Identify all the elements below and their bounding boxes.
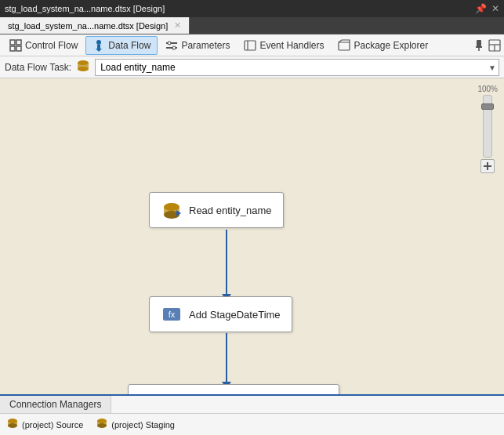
connector-1-line [226, 230, 227, 294]
svg-point-4 [96, 40, 101, 45]
svg-rect-13 [339, 42, 350, 50]
close-icon[interactable]: ✕ [491, 3, 499, 14]
menu-data-flow-label: Data Flow [108, 40, 150, 51]
title-bar-title: stg_load_system_na...name.dtsx [Design] [5, 4, 165, 13]
control-flow-icon [9, 39, 22, 52]
menu-package-explorer[interactable]: Package Explorer [332, 37, 434, 54]
data-flow-task-select[interactable]: Load entity_name [95, 59, 499, 76]
menu-event-handlers[interactable]: Event Handlers [237, 37, 330, 54]
stage-node-icon: fx [161, 303, 183, 325]
menu-right [473, 39, 501, 52]
event-handlers-icon [244, 39, 256, 52]
toolbar-select-wrapper[interactable]: Load entity_name ▼ [95, 59, 499, 76]
connection-staging[interactable]: (project) Staging [96, 417, 175, 432]
svg-rect-2 [10, 46, 15, 51]
toolbar-db-icon [76, 59, 90, 75]
pin-menu-icon[interactable] [473, 39, 485, 52]
svg-point-10 [172, 46, 176, 49]
title-bar-left: stg_load_system_na...name.dtsx [Design] [5, 4, 165, 13]
menu-data-flow[interactable]: Data Flow [85, 36, 158, 55]
connection-managers-row: (project) Source (project) Staging [0, 413, 504, 435]
svg-marker-6 [96, 49, 102, 52]
zoom-controls: 100% [477, 85, 498, 173]
tab-design[interactable]: stg_load_system_na...name.dtsx [Design] … [0, 17, 190, 34]
stage-node-label: Add StageDateTime [189, 309, 281, 321]
connector-2 [222, 333, 231, 389]
svg-point-22 [78, 67, 89, 71]
toolbar-row: Data Flow Task: Load entity_name ▼ [0, 56, 504, 78]
data-flow-icon [92, 39, 105, 52]
menu-package-explorer-label: Package Explorer [354, 40, 428, 51]
write-node[interactable]: Write to system_name entity_name [128, 384, 339, 394]
title-bar: stg_load_system_na...name.dtsx [Design] … [0, 0, 504, 17]
svg-rect-11 [245, 41, 256, 50]
zoom-label: 100% [477, 85, 498, 93]
staging-label: (project) Staging [111, 420, 175, 430]
svg-text:fx: fx [169, 310, 176, 319]
canvas-area: Read entity_name fx Add StageDateTime [0, 78, 504, 394]
svg-rect-0 [10, 40, 15, 45]
menu-parameters[interactable]: Parameters [159, 37, 236, 54]
zoom-out-button[interactable] [480, 159, 495, 173]
read-node-label: Read entity_name [189, 205, 272, 216]
staging-db-icon [96, 417, 108, 432]
tab-close-icon[interactable]: ✕ [174, 20, 181, 31]
parameters-icon [165, 39, 178, 52]
package-explorer-icon [338, 39, 350, 52]
connection-managers-label: Connection Managers [9, 399, 101, 410]
menu-event-handlers-label: Event Handlers [259, 40, 324, 51]
svg-rect-3 [16, 46, 21, 51]
svg-point-40 [97, 423, 107, 428]
read-node-icon [161, 199, 183, 221]
connection-source[interactable]: (project) Source [6, 417, 83, 432]
menu-control-flow-label: Control Flow [25, 40, 78, 51]
read-node[interactable]: Read entity_name [149, 192, 284, 228]
zoom-handle[interactable] [481, 103, 494, 110]
svg-rect-1 [16, 40, 21, 45]
connector-2-line [226, 333, 227, 382]
svg-point-37 [8, 423, 17, 428]
stage-node[interactable]: fx Add StageDateTime [149, 296, 292, 332]
connection-managers-tab[interactable]: Connection Managers [0, 396, 111, 413]
pin-icon[interactable]: 📌 [475, 3, 487, 14]
svg-rect-15 [476, 46, 482, 48]
svg-point-9 [168, 42, 171, 45]
main-content: Control Flow Data Flow Parameters Even [0, 34, 504, 435]
menu-bar: Control Flow Data Flow Parameters Even [0, 34, 504, 56]
svg-rect-14 [477, 40, 481, 46]
svg-rect-34 [487, 162, 488, 170]
source-db-icon [6, 417, 19, 432]
bottom-bar: Connection Managers [0, 394, 504, 413]
tab-bar: stg_load_system_na...name.dtsx [Design] … [0, 17, 504, 34]
layout-menu-icon[interactable] [488, 39, 501, 52]
tab-label: stg_load_system_na...name.dtsx [Design] [8, 21, 168, 31]
zoom-slider-track[interactable] [483, 95, 492, 158]
connector-1 [222, 230, 231, 301]
menu-parameters-label: Parameters [181, 40, 230, 51]
title-bar-right: 📌 ✕ [475, 3, 499, 14]
svg-rect-5 [97, 45, 100, 49]
write-node-icon [140, 391, 161, 394]
menu-control-flow[interactable]: Control Flow [3, 37, 84, 54]
toolbar-label: Data Flow Task: [5, 62, 71, 73]
source-label: (project) Source [22, 420, 83, 430]
